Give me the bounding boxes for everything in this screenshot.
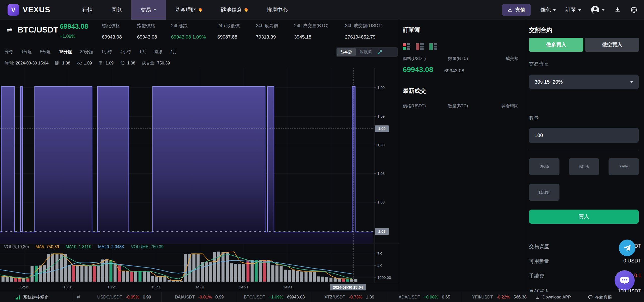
- pair-price: 0.99: [215, 295, 224, 300]
- brand[interactable]: V VEXUS: [0, 0, 65, 20]
- orderbook-last-amount: 69943.08: [444, 68, 464, 74]
- statusbar-pair-BTC/USDT[interactable]: BTC/USDT+1.09%69943.08: [237, 292, 312, 302]
- online-support-link[interactable]: 在線客服: [588, 292, 612, 302]
- pair-switch-icon[interactable]: ⇌: [7, 26, 12, 34]
- statusbar-pair-XTZ/USDT[interactable]: XTZ/USDT-0.73%1.39: [312, 292, 387, 302]
- pair-change: -0.22%: [496, 295, 510, 300]
- price-chart-svg: 1.091.091.091.081.081.091.08: [0, 68, 399, 244]
- volume-pane[interactable]: VOL(5,10,20) MA5: 750.39 MA10: 1.311K MA…: [0, 244, 399, 283]
- refresh-pairs-icon[interactable]: ⇄: [77, 294, 80, 300]
- pair-change: -0.05%: [126, 295, 139, 300]
- nav-item-交易[interactable]: 交易: [131, 0, 166, 20]
- pair-title[interactable]: BTC/USDT: [18, 25, 58, 35]
- short-buy-button[interactable]: 做空買入: [585, 38, 639, 52]
- chart-mode-toggle: 基本版 深度圖: [336, 47, 398, 57]
- mode-depth-tab[interactable]: 深度圖: [356, 48, 375, 56]
- nav-item-label: 推廣中心: [267, 6, 288, 13]
- nav-item-礦池鎖倉[interactable]: 礦池鎖倉: [212, 0, 257, 20]
- online-support-label: 在線客服: [595, 294, 612, 300]
- deposit-button[interactable]: 充值: [502, 4, 531, 16]
- statusbar-pair-USDC/USDT[interactable]: USDC/USDT-0.05%0.99: [87, 292, 162, 302]
- chevron-down-icon: [630, 81, 633, 83]
- timeframe-分時[interactable]: 分時: [5, 49, 13, 55]
- app-root: V VEXUS 行情閃兌交易基金理財礦池鎖倉推廣中心 充值 錢包 訂單: [0, 0, 644, 302]
- orderbook-panel: 訂單簿 價格(USDT)數量(BTC)成交額 69943.08 69943.08…: [399, 20, 526, 292]
- timeframe-15分鐘[interactable]: 15分鐘: [59, 49, 72, 55]
- download-app-link[interactable]: Download APP: [536, 292, 571, 302]
- volume-indicators: VOL(5,10,20) MA5: 750.39 MA10: 1.311K MA…: [4, 244, 164, 249]
- pair-name: USDC/USDT: [97, 295, 122, 300]
- asset-row-label: 手續費: [529, 273, 544, 279]
- pair-change: +1.09%: [269, 295, 283, 300]
- period-label: 交易時段: [529, 61, 548, 67]
- percent-button-25[interactable]: 25%: [529, 158, 559, 175]
- asset-row-3: 手續費0.1: [529, 273, 639, 280]
- nav-item-閃兌[interactable]: 閃兌: [102, 0, 131, 20]
- time-axis-label: 14:41: [283, 285, 293, 289]
- price-chart[interactable]: 1.091.091.091.081.081.091.08: [0, 68, 399, 244]
- pair-change: -0.73%: [349, 295, 363, 300]
- book-view-asks-icon[interactable]: [416, 43, 424, 50]
- nav-item-推廣中心[interactable]: 推廣中心: [257, 0, 297, 20]
- orders-menu[interactable]: 訂單: [566, 6, 581, 13]
- buy-button[interactable]: 買入: [529, 210, 639, 224]
- ohlc-low-value: 1.08: [127, 61, 135, 65]
- percent-button-50[interactable]: 50%: [569, 158, 599, 175]
- ohlc-close-value: 1.09: [84, 61, 92, 65]
- nav-item-行情[interactable]: 行情: [73, 0, 102, 20]
- mode-basic-tab[interactable]: 基本版: [337, 48, 356, 56]
- svg-text:7K: 7K: [377, 251, 382, 256]
- timeframe-1小時[interactable]: 1小時: [101, 49, 112, 55]
- pair-price: 1.39: [366, 295, 374, 300]
- deposit-download-icon: [508, 7, 513, 12]
- fullscreen-expand-icon[interactable]: [377, 50, 382, 55]
- stat-label: 24h 最高價: [256, 23, 278, 29]
- long-buy-button[interactable]: 做多買入: [529, 38, 583, 52]
- volume-value-label: VOLUME: 750.39: [131, 244, 164, 249]
- ohlc-open-label: 開:: [55, 61, 60, 65]
- brand-name: VEXUS: [23, 5, 50, 14]
- orderbook-col-header: 數量(BTC): [448, 56, 483, 61]
- book-view-bids-icon[interactable]: [429, 43, 437, 50]
- svg-text:1.09: 1.09: [378, 126, 385, 131]
- statusbar-pairs: USDC/USDT-0.05%0.99DAI/USDT-0.01%0.99BTC…: [87, 292, 537, 302]
- chevron-down-icon: [153, 9, 156, 11]
- statusbar-pair-ADA/USDT[interactable]: ADA/USDT+0.98%0.65: [387, 292, 462, 302]
- percent-button-75[interactable]: 75%: [609, 158, 639, 175]
- timeframe-4小時[interactable]: 4小時: [120, 49, 131, 55]
- profile-menu[interactable]: [591, 5, 605, 14]
- timeframe-5分鐘[interactable]: 5分鐘: [40, 49, 51, 55]
- telegram-button[interactable]: [619, 240, 635, 256]
- timeframe-30分鐘[interactable]: 30分鐘: [80, 49, 93, 55]
- timeframe-1天[interactable]: 1天: [139, 49, 146, 55]
- nav-item-基金理財[interactable]: 基金理財: [166, 0, 212, 20]
- wallet-menu[interactable]: 錢包: [540, 6, 556, 13]
- svg-text:1.08: 1.08: [378, 229, 385, 233]
- period-select[interactable]: 30s 15~20%: [529, 75, 639, 89]
- statusbar-pair-YFII/USDT[interactable]: YFII/USDT-0.22%566.38: [462, 292, 537, 302]
- statusbar-pair-DAI/USDT[interactable]: DAI/USDT-0.01%0.99: [162, 292, 237, 302]
- download-app-icon[interactable]: [614, 7, 621, 13]
- timeframe-1分鐘[interactable]: 1分鐘: [21, 49, 32, 55]
- orderbook-title: 訂單簿: [403, 26, 420, 34]
- timeframe-週線[interactable]: 週線: [154, 49, 162, 55]
- navbar: V VEXUS 行情閃兌交易基金理財礦池鎖倉推廣中心 充值 錢包 訂單: [0, 0, 644, 20]
- main-nav: 行情閃兌交易基金理財礦池鎖倉推廣中心: [73, 0, 297, 20]
- orderbook-col-header: 成交額: [483, 56, 518, 61]
- fire-icon: [198, 8, 202, 12]
- trades-title: 最新成交: [403, 87, 426, 95]
- download-icon: [536, 295, 540, 299]
- ma5-label: MA5: 750.39: [35, 244, 59, 249]
- language-globe-icon[interactable]: [630, 6, 637, 13]
- connection-status-text: 系統鏈接穩定: [23, 294, 49, 300]
- time-axis-label: 12:41: [20, 285, 29, 289]
- pair-change: -0.01%: [198, 295, 212, 300]
- timeframe-1月[interactable]: 1月: [171, 49, 177, 55]
- book-view-both-icon[interactable]: [403, 43, 410, 50]
- time-axis: 2024-03-30 15:04 12:4113:0113:2113:4114:…: [0, 283, 399, 292]
- orderbook-last-price: 69943.08: [403, 65, 433, 74]
- stat-label: 24h漲跌: [171, 23, 188, 29]
- asset-row-2: 可用數量0 USDT: [529, 258, 639, 265]
- percent-button-100[interactable]: 100%: [529, 184, 559, 201]
- amount-input[interactable]: [529, 128, 639, 143]
